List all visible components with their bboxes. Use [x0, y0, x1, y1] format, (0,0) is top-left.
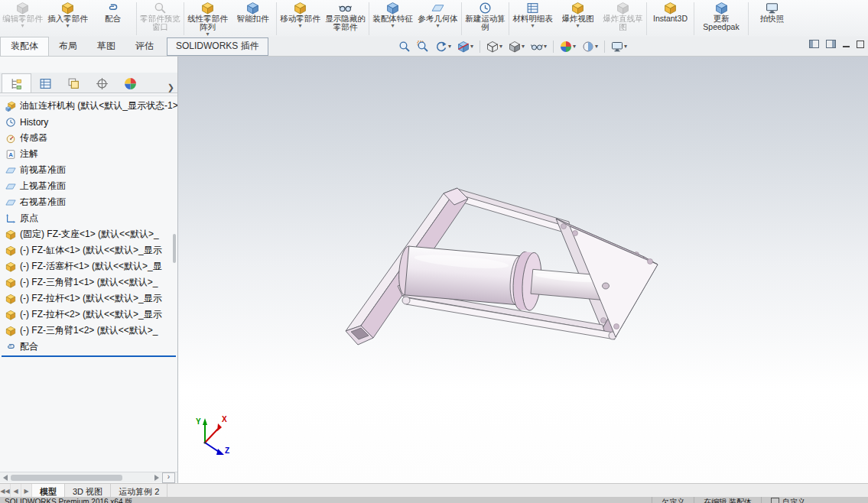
tab-evaluate[interactable]: 评估 [125, 37, 164, 56]
insert-component-button[interactable]: 插入零部件 ▾ [45, 1, 90, 29]
collapse-right-pane-icon[interactable] [826, 40, 836, 48]
restore-icon[interactable] [857, 41, 864, 48]
view-settings-icon [611, 41, 623, 53]
view-orientation-button[interactable]: ▾ [484, 39, 505, 54]
edit-appearance-button[interactable]: ▾ [558, 39, 578, 54]
bill-of-materials-button[interactable]: 材料明细表 ▾ [510, 1, 555, 29]
plane-icon [5, 165, 16, 176]
tab-solidworks-addins[interactable]: SOLIDWORKS 插件 [167, 37, 268, 56]
display-style-button[interactable]: ▾ [506, 39, 527, 54]
explode-line-sketch-button[interactable]: 爆炸直线草图 [600, 1, 645, 32]
section-view-button[interactable]: ▾ [455, 39, 476, 54]
show-hidden-components-button[interactable]: 显示隐藏的零部件 [323, 1, 368, 32]
dropdown-arrow-icon: ▾ [298, 23, 301, 28]
apply-scene-button[interactable]: ▾ [580, 39, 600, 54]
mate-button[interactable]: 配合 [90, 1, 135, 24]
panel-expand-button[interactable]: › [162, 472, 175, 483]
viewport-3d[interactable]: Y X Z [177, 57, 868, 483]
zoom-to-fit-button[interactable] [396, 39, 413, 54]
tab-sketch[interactable]: 草图 [87, 37, 125, 56]
linear-component-pattern-button[interactable]: 线性零部件阵列 ▾ [185, 1, 230, 37]
move-component-button[interactable]: 移动零部件 ▾ [278, 1, 323, 29]
tree-item-assembly-root[interactable]: 油缸连杆机构 (默认<默认_显示状态-1> [0, 98, 177, 114]
triad-x-label: X [222, 415, 227, 423]
tree-item-part-fz-huosaigan[interactable]: (-) FZ-活塞杆<1> (默认<<默认>_显 [0, 258, 177, 274]
tree-item-front-plane[interactable]: 前视基准面 [0, 162, 177, 178]
part-icon [5, 229, 16, 240]
new-motion-study-button[interactable]: 新建运动算例 [463, 1, 508, 32]
horizontal-scrollbar-thumb[interactable] [11, 475, 122, 481]
assembly-features-button[interactable]: 装配体特征 ▾ [370, 1, 415, 29]
history-icon [5, 117, 16, 128]
edit-component-button[interactable]: 编辑零部件 ▾ [0, 1, 45, 29]
tree-item-part-fz-lagan-2[interactable]: (-) FZ-拉杆<2> (默认<<默认>_显示 [0, 307, 177, 323]
status-custom-segment[interactable]: 自定义 [761, 497, 814, 503]
previous-view-button[interactable]: ▾ [433, 39, 454, 54]
hide-show-items-button[interactable]: ▾ [528, 39, 549, 54]
update-speedpak-button[interactable]: 更新 Speedpak [695, 1, 747, 32]
view-settings-button[interactable]: ▾ [609, 39, 629, 54]
dropdown-arrow-icon: ▾ [66, 23, 69, 28]
tree-item-history[interactable]: History [0, 114, 177, 130]
tab-scroll-left-button[interactable]: ◀ [11, 484, 21, 498]
tree-item-annotations[interactable]: 注解 [0, 146, 177, 162]
tree-item-part-fz-sanjiaobi1-1[interactable]: (-) FZ-三角臂1<1> (默认<<默认>_ [0, 274, 177, 290]
scroll-right-arrow-icon[interactable] [154, 475, 159, 481]
explode-line-sketch-icon [616, 2, 629, 15]
toolbar-separator [646, 2, 647, 35]
instant3d-button[interactable]: Instant3D [648, 1, 693, 24]
toolbar-separator [136, 2, 137, 35]
tree-item-mates[interactable]: 配合 [0, 339, 177, 355]
part-icon [5, 294, 16, 304]
take-snapshot-button[interactable]: 拍快照 [749, 1, 795, 24]
vertical-scrollbar-thumb[interactable] [173, 234, 176, 263]
tree-item-part-fz-lagan-1[interactable]: (-) FZ-拉杆<1> (默认<<默认>_显示 [0, 290, 177, 307]
part-icon [5, 277, 16, 288]
tree-item-top-plane[interactable]: 上视基准面 [0, 178, 177, 194]
tab-scroll-first-button[interactable]: ◀◀ [0, 484, 11, 498]
panel-tab-overflow-button[interactable]: ❯ [167, 83, 174, 92]
tree-item-right-plane[interactable]: 右视基准面 [0, 194, 177, 210]
tab-layout[interactable]: 布局 [49, 37, 87, 56]
tree-item-origin[interactable]: 原点 [0, 210, 177, 226]
tree-item-part-fz-zhizuo[interactable]: (固定) FZ-支座<1> (默认<<默认>_ [0, 226, 177, 242]
reference-geometry-button[interactable]: 参考几何体 ▾ [415, 1, 460, 29]
show-hidden-icon [339, 2, 352, 15]
tab-featuremanager-tree[interactable] [2, 73, 31, 92]
orientation-triad: Y X Z [196, 415, 229, 455]
model-pin-rod-joint[interactable] [603, 283, 610, 289]
sensor-icon [5, 133, 16, 144]
model-part-link-top[interactable] [457, 189, 572, 235]
smart-fasteners-button[interactable]: 智能扣件 [230, 1, 275, 24]
horizontal-scrollbar[interactable]: › [0, 472, 177, 482]
tab-displaymanager[interactable] [116, 74, 145, 92]
status-bar: SOLIDWORKS Premium 2016 x64 版 欠定义 在编辑 装配… [0, 497, 868, 503]
tab-3d-views[interactable]: 3D 视图 [65, 484, 111, 498]
zoom-to-area-icon [417, 41, 429, 53]
annotation-icon [5, 149, 16, 160]
tab-propertymanager[interactable] [31, 74, 60, 92]
tab-dimxpertmanager[interactable] [88, 74, 116, 92]
graphics-area[interactable]: Y X Z [177, 57, 868, 483]
dropdown-arrow-icon: ▾ [391, 23, 394, 28]
minimize-icon[interactable] [843, 46, 850, 47]
exploded-view-button[interactable]: 爆炸视图 ▾ [555, 1, 600, 29]
component-preview-window-button[interactable]: 零部件预览窗口 [138, 1, 183, 32]
window-corner-controls [809, 40, 864, 48]
tab-model[interactable]: 模型 [32, 484, 65, 498]
tab-assembly[interactable]: 装配体 [0, 37, 49, 56]
tab-configurationmanager[interactable] [60, 74, 88, 92]
tree-item-sensors[interactable]: 传感器 [0, 130, 177, 146]
tab-motion-study-2[interactable]: 运动算例 2 [111, 484, 167, 498]
zoom-to-area-button[interactable] [414, 39, 431, 54]
toolbar-separator [509, 2, 509, 35]
dropdown-arrow-icon: ▾ [206, 31, 209, 37]
move-component-icon [294, 2, 307, 15]
tab-scroll-right-button[interactable]: ▶ [21, 484, 32, 498]
tree-item-part-fz-sanjiaobi1-2[interactable]: (-) FZ-三角臂1<2> (默认<<默认>_ [0, 323, 177, 339]
status-defined-state: 欠定义 [652, 497, 694, 503]
instant3d-icon [664, 2, 677, 15]
collapse-left-pane-icon[interactable] [809, 40, 819, 48]
tree-item-part-fz-gangti[interactable]: (-) FZ-缸体<1> (默认<<默认>_显示 [0, 242, 177, 258]
scroll-left-arrow-icon[interactable] [3, 475, 8, 481]
